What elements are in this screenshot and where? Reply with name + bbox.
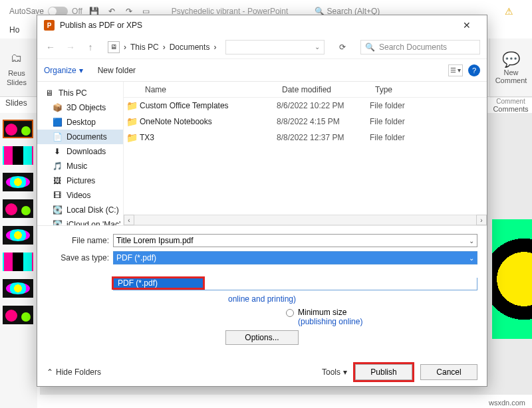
powerpoint-icon: P <box>44 20 55 31</box>
folder-icon: 💽 <box>52 205 63 215</box>
slide-thumbnails <box>0 113 37 408</box>
folder-icon: 💽 <box>52 220 63 225</box>
close-button[interactable]: ✕ <box>454 15 480 35</box>
tree-item[interactable]: 💽Local Disk (C:) <box>37 203 123 217</box>
file-row[interactable]: 📁OneNote Notebooks8/8/2022 4:15 PMFile f… <box>124 114 487 130</box>
organize-menu[interactable]: Organize ▾ <box>44 66 83 75</box>
file-row[interactable]: 📁TX38/8/2022 12:37 PMFile folder <box>124 130 487 146</box>
new-comment-button[interactable]: 💬 New Comment <box>489 39 532 97</box>
slide-thumb[interactable] <box>3 146 33 165</box>
nav-up-icon[interactable]: ↑ <box>84 41 97 54</box>
chevron-down-icon[interactable]: ⌄ <box>469 255 474 262</box>
dialog-nav: ← → ↑ 🖥 › This PC › Documents › ⌄ ⟳ 🔍 Se… <box>37 35 487 59</box>
slide-thumb[interactable] <box>3 199 33 218</box>
slide-thumb[interactable] <box>3 120 33 138</box>
dialog-footer: ⌃ Hide Folders Tools ▾ Publish Cancel <box>37 358 487 386</box>
saveas-combo[interactable]: PDF (*.pdf) ⌄ <box>113 251 477 264</box>
tree-item[interactable]: 🟦Desktop <box>37 115 123 130</box>
folder-icon: 🎞 <box>52 191 63 200</box>
dropdown-option-pdf[interactable]: PDF (*.pdf) <box>112 276 205 290</box>
radio-icon[interactable] <box>286 309 294 317</box>
chevron-down-icon: ▾ <box>79 66 83 75</box>
slide-thumb[interactable] <box>3 173 33 191</box>
ribbon-tab-home[interactable]: Ho <box>9 25 19 35</box>
folder-icon: 🖥 <box>44 88 55 98</box>
folder-tree: 🖥This PC📦3D Objects🟦Desktop📄Documents⬇Do… <box>37 82 124 225</box>
col-type[interactable]: Type <box>370 85 487 94</box>
slide-art <box>492 219 532 339</box>
opt-standard-partial: online and printing) <box>47 294 477 304</box>
dialog-toolbar: Organize ▾ New folder ☰ ▾ ? <box>37 59 487 82</box>
filename-input[interactable]: Title Lorem Ipsum.pdf ⌄ <box>113 234 477 247</box>
breadcrumb[interactable]: 🖥 › This PC › Documents › <box>108 41 216 53</box>
nav-back-icon[interactable]: ← <box>44 41 57 54</box>
slide-thumb[interactable] <box>3 306 33 324</box>
list-header: Name Date modified Type <box>124 82 487 98</box>
chevron-down-icon: ▾ <box>343 367 347 377</box>
search-input[interactable]: 🔍 Search Documents <box>360 40 480 54</box>
horizontal-scrollbar[interactable]: ‹ › <box>124 215 487 225</box>
dialog-title: Publish as PDF or XPS <box>60 21 142 30</box>
refresh-icon[interactable]: ⟳ <box>335 40 350 54</box>
opt-minimum[interactable]: Minimum size(publishing online) <box>47 306 477 326</box>
publish-button[interactable]: Publish <box>355 364 412 380</box>
tree-item[interactable]: 📄Documents <box>37 130 123 144</box>
ribbon-reuse[interactable]: 🗂 Reus Slides <box>7 49 27 86</box>
scroll-right-icon[interactable]: › <box>476 215 487 225</box>
col-date[interactable]: Date modified <box>277 85 370 94</box>
col-name[interactable]: Name <box>124 85 277 94</box>
tree-item[interactable]: 🖥This PC <box>37 86 123 100</box>
file-form: File name: Title Lorem Ipsum.pdf ⌄ Save … <box>37 225 487 358</box>
file-row[interactable]: 📁Custom Office Templates8/6/2022 10:22 P… <box>124 98 487 114</box>
filename-label: File name: <box>47 236 113 245</box>
hide-folders-button[interactable]: ⌃ Hide Folders <box>47 367 101 377</box>
folder-icon: 🎵 <box>52 161 63 171</box>
folder-icon: ⬇ <box>52 147 63 156</box>
options-button[interactable]: Options... <box>225 330 299 345</box>
comments-section-label: Comment Comments <box>489 97 532 110</box>
view-mode-icon[interactable]: ☰ ▾ <box>448 64 463 76</box>
dialog-titlebar: P Publish as PDF or XPS ✕ <box>37 15 487 35</box>
tree-item[interactable]: 🎵Music <box>37 159 123 173</box>
search-icon: 🔍 <box>365 43 375 52</box>
slides-pane-label: Slides <box>5 98 27 108</box>
cancel-button[interactable]: Cancel <box>420 364 477 380</box>
chevron-up-icon: ⌃ <box>47 367 53 377</box>
scroll-left-icon[interactable]: ‹ <box>124 215 134 225</box>
help-icon[interactable]: ? <box>468 64 480 76</box>
folder-icon: 📁 <box>124 100 140 111</box>
tree-item[interactable]: 🎞Videos <box>37 188 123 203</box>
watermark: wsxdn.com <box>489 399 525 407</box>
tree-item[interactable]: 💽iCloud on 'Mac' <box>37 217 123 225</box>
folder-icon: 🖼 <box>52 176 63 185</box>
slide-thumb[interactable] <box>3 226 33 245</box>
nav-forward-icon[interactable]: → <box>64 41 77 54</box>
folder-icon: 🟦 <box>52 118 63 127</box>
folder-icon: 📄 <box>52 132 63 142</box>
scroll-track[interactable] <box>134 215 476 225</box>
optimize-options: online and printing) Minimum size(publis… <box>47 290 477 352</box>
alert-icon[interactable]: ⚠ <box>505 6 513 17</box>
pc-icon: 🖥 <box>108 41 120 53</box>
new-folder-button[interactable]: New folder <box>98 66 136 75</box>
file-list: Name Date modified Type 📁Custom Office T… <box>124 82 487 225</box>
chevron-down-icon[interactable]: ⌄ <box>469 237 474 245</box>
folder-icon: 📁 <box>124 116 140 127</box>
slide-thumb[interactable] <box>3 253 33 271</box>
tree-item[interactable]: 🖼Pictures <box>37 173 123 188</box>
folder-icon: 📦 <box>52 103 63 112</box>
folder-icon: 📁 <box>124 132 140 143</box>
saveas-dropdown: PDF (*.pdf) XPS Document (*.xps) <box>113 278 477 290</box>
slide-thumb[interactable] <box>3 279 33 298</box>
tools-menu[interactable]: Tools ▾ <box>322 367 347 377</box>
breadcrumb-dropdown[interactable]: ⌄ <box>225 40 325 54</box>
tree-item[interactable]: ⬇Downloads <box>37 144 123 159</box>
reuse-icon: 🗂 <box>7 49 26 68</box>
tree-item[interactable]: 📦3D Objects <box>37 100 123 115</box>
saveas-label: Save as type: <box>47 253 113 262</box>
comment-icon: 💬 <box>502 51 520 68</box>
publish-dialog: P Publish as PDF or XPS ✕ ← → ↑ 🖥 › This… <box>37 15 487 387</box>
